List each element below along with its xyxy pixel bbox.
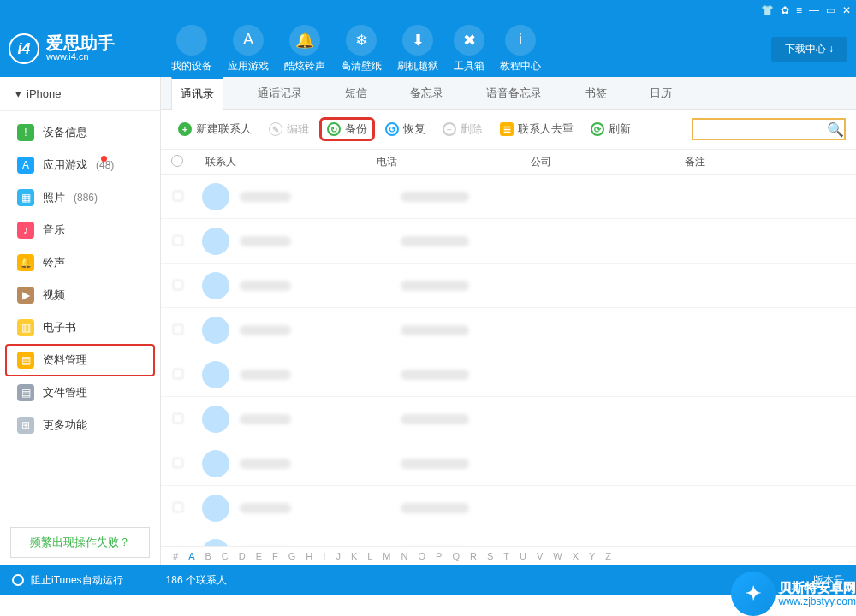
download-center-button[interactable]: 下载中心 ↓ xyxy=(771,37,847,62)
alpha-G[interactable]: G xyxy=(288,551,296,561)
table-row[interactable] xyxy=(161,264,856,308)
nav-icon: ✖ xyxy=(454,25,484,56)
edit-button[interactable]: ✎编辑 xyxy=(262,118,316,140)
alpha-Z[interactable]: Z xyxy=(605,551,611,561)
alpha-W[interactable]: W xyxy=(553,551,562,561)
subtab-3[interactable]: 备忘录 xyxy=(401,77,452,109)
logo-icon: i4 xyxy=(9,33,39,64)
menu-icon[interactable]: ≡ xyxy=(796,4,802,16)
sidebar-item-9[interactable]: ⊞更多功能 xyxy=(0,409,160,441)
table-row[interactable] xyxy=(161,175,856,219)
subtab-6[interactable]: 日历 xyxy=(641,77,681,109)
alpha-Y[interactable]: Y xyxy=(589,551,595,561)
sidebar: ▾ iPhone !设备信息A应用游戏 (48)▦照片 (886)♪音乐🔔铃声▶… xyxy=(0,77,161,565)
sidebar-icon: ▤ xyxy=(17,352,34,369)
nav-3[interactable]: ❄高清壁纸 xyxy=(341,25,382,74)
nav-icon: i xyxy=(505,25,536,56)
alpha-Q[interactable]: Q xyxy=(452,551,460,561)
brand-name: 爱思助手 xyxy=(46,34,115,51)
table-row[interactable] xyxy=(161,441,856,486)
alpha-B[interactable]: B xyxy=(205,551,211,561)
col-note[interactable]: 备注 xyxy=(675,155,856,169)
alpha-L[interactable]: L xyxy=(367,551,372,561)
table-row[interactable] xyxy=(161,486,856,530)
nav-5[interactable]: ✖工具箱 xyxy=(454,25,484,74)
alpha-M[interactable]: M xyxy=(383,551,390,561)
alpha-J[interactable]: J xyxy=(336,551,341,561)
sidebar-item-1[interactable]: A应用游戏 (48) xyxy=(0,149,160,181)
minimize-icon[interactable]: — xyxy=(809,4,819,16)
alpha-C[interactable]: C xyxy=(222,551,229,561)
col-phone[interactable]: 电话 xyxy=(366,155,520,169)
col-contact[interactable]: 联系人 xyxy=(195,155,366,169)
chevron-down-icon: ▾ xyxy=(15,87,21,100)
dedupe-button[interactable]: ☰联系人去重 xyxy=(493,118,580,140)
alpha-X[interactable]: X xyxy=(573,551,579,561)
shirt-icon[interactable]: 👕 xyxy=(761,4,774,16)
subtab-2[interactable]: 短信 xyxy=(336,77,376,109)
alpha-I[interactable]: I xyxy=(323,551,325,561)
alpha-E[interactable]: E xyxy=(256,551,262,561)
search-icon[interactable]: 🔍 xyxy=(827,121,844,138)
sidebar-item-2[interactable]: ▦照片 (886) xyxy=(0,181,160,214)
footer-count: 186 个联系人 xyxy=(166,573,227,588)
nav-icon: ⬇ xyxy=(402,25,433,56)
nav-1[interactable]: A应用游戏 xyxy=(228,25,269,74)
nav-4[interactable]: ⬇刷机越狱 xyxy=(397,25,438,74)
footer: 阻止iTunes自动运行 186 个联系人 版本号 xyxy=(0,565,856,595)
subtab-4[interactable]: 语音备忘录 xyxy=(478,77,550,109)
alpha-N[interactable]: N xyxy=(401,551,408,561)
settings-icon[interactable]: ✿ xyxy=(781,4,789,16)
search-input[interactable] xyxy=(698,123,827,135)
nav-0[interactable]: 我的设备 xyxy=(171,25,212,74)
close-icon[interactable]: ✕ xyxy=(842,4,851,16)
sidebar-item-3[interactable]: ♪音乐 xyxy=(0,214,160,246)
refresh-button[interactable]: ⟳刷新 xyxy=(584,118,638,140)
alpha-D[interactable]: D xyxy=(239,551,246,561)
itunes-block-toggle[interactable] xyxy=(12,574,24,586)
alpha-R[interactable]: R xyxy=(470,551,477,561)
table-row[interactable] xyxy=(161,530,856,546)
nav-icon: ❄ xyxy=(346,25,377,56)
subtab-5[interactable]: 书签 xyxy=(576,77,615,109)
sidebar-item-8[interactable]: ▤文件管理 xyxy=(0,376,160,409)
alpha-T[interactable]: T xyxy=(503,551,509,561)
alpha-H[interactable]: H xyxy=(306,551,312,561)
logo: i4 爱思助手 www.i4.cn xyxy=(9,33,154,64)
alpha-U[interactable]: U xyxy=(520,551,526,561)
table-row[interactable] xyxy=(161,219,856,264)
alpha-P[interactable]: P xyxy=(436,551,442,561)
sidebar-item-6[interactable]: ▥电子书 xyxy=(0,311,160,344)
delete-button[interactable]: −删除 xyxy=(436,118,490,140)
alpha-F[interactable]: F xyxy=(272,551,278,561)
footer-version: 版本号 xyxy=(813,573,844,588)
new-contact-button[interactable]: +新建联系人 xyxy=(171,118,259,140)
maximize-icon[interactable]: ▭ xyxy=(826,4,835,16)
sidebar-item-0[interactable]: !设备信息 xyxy=(0,116,160,149)
column-headers: 联系人 电话 公司 备注 xyxy=(161,149,856,175)
backup-button[interactable]: ↻备份 xyxy=(319,117,375,141)
sidebar-item-4[interactable]: 🔔铃声 xyxy=(0,246,160,279)
alpha-#[interactable]: # xyxy=(173,551,178,561)
alpha-S[interactable]: S xyxy=(487,551,493,561)
table-row[interactable] xyxy=(161,352,856,397)
table-row[interactable] xyxy=(161,308,856,352)
sidebar-item-5[interactable]: ▶视频 xyxy=(0,279,160,311)
subtab-0[interactable]: 通讯录 xyxy=(171,77,223,110)
table-row[interactable] xyxy=(161,397,856,441)
alpha-A[interactable]: A xyxy=(188,551,194,561)
nav-6[interactable]: i教程中心 xyxy=(500,25,541,74)
restore-button[interactable]: ↺恢复 xyxy=(378,118,432,140)
faq-link[interactable]: 频繁出现操作失败？ xyxy=(10,527,150,558)
alpha-V[interactable]: V xyxy=(537,551,543,561)
search-box[interactable]: 🔍 xyxy=(692,118,846,140)
subtab-1[interactable]: 通话记录 xyxy=(249,77,311,109)
select-all-checkbox[interactable] xyxy=(171,155,183,167)
alpha-O[interactable]: O xyxy=(418,551,425,561)
alpha-K[interactable]: K xyxy=(351,551,357,561)
sidebar-icon: 🔔 xyxy=(17,254,34,271)
device-selector[interactable]: ▾ iPhone xyxy=(0,77,160,111)
sidebar-item-7[interactable]: ▤资料管理 xyxy=(5,344,155,376)
nav-2[interactable]: 🔔酷炫铃声 xyxy=(284,25,325,74)
col-company[interactable]: 公司 xyxy=(520,155,675,169)
